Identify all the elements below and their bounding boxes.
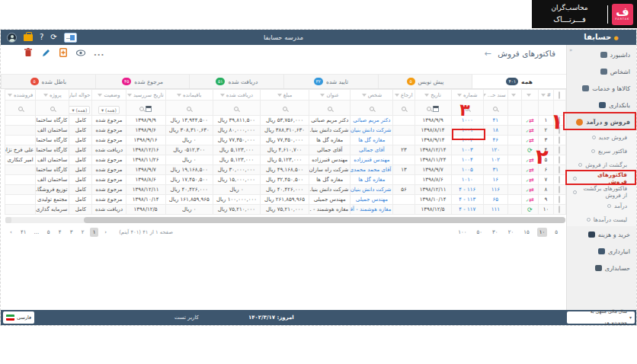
sidebar-item-8[interactable]: فاکتورهای فروش: [567, 171, 636, 185]
doc-link[interactable]: ۱۱۶: [491, 187, 500, 193]
view-button[interactable]: [76, 48, 85, 57]
search-icon[interactable]: [427, 107, 431, 111]
search-icon[interactable]: [50, 107, 55, 111]
help-icon[interactable]: ?: [40, 34, 43, 41]
filter-cell-doc[interactable]: [483, 101, 507, 116]
user-avatar[interactable]: [7, 33, 17, 43]
column-header-flag_icon[interactable]: [507, 90, 521, 101]
edit-button[interactable]: [41, 48, 50, 57]
number-link[interactable]: ۴ - ۱۱۳: [459, 196, 475, 203]
search-icon[interactable]: [328, 107, 332, 111]
app-logo[interactable]: ● حسابفا: [566, 30, 636, 45]
select-all-checkbox[interactable]: [559, 91, 560, 99]
sidebar-item-0[interactable]: داشبورد: [567, 46, 636, 63]
next-page-button[interactable]: ›: [101, 228, 110, 237]
column-header-status[interactable]: وضعیت: [92, 90, 126, 101]
column-header-number[interactable]: شماره: [451, 90, 483, 101]
sidebar-item-2[interactable]: کالاها و خدمات: [567, 80, 636, 97]
number-link[interactable]: ۱۰۰۲: [462, 137, 473, 143]
filter-funnel-icon[interactable]: [541, 94, 546, 97]
workspace-icon[interactable]: [24, 34, 33, 41]
number-link[interactable]: ۱۰۱۰: [462, 177, 473, 183]
accounting-doc-icon[interactable]: ⇄: [529, 137, 534, 144]
number-link[interactable]: ۱۰۰۵: [462, 167, 473, 173]
number-link[interactable]: ۴ - ۱۱۷: [459, 206, 475, 212]
person-link[interactable]: شرکت دانش بنیان ...: [351, 187, 392, 193]
sidebar-item-1[interactable]: اشخاص: [567, 63, 636, 80]
delete-button[interactable]: [24, 48, 33, 57]
person-link[interactable]: مغازه هوشمند - آقای: [351, 206, 392, 212]
column-header-doc[interactable]: سند حـ..: [483, 90, 507, 101]
accounting-doc-icon[interactable]: ⇄: [529, 167, 534, 174]
accounting-doc-icon[interactable]: ⇄: [529, 196, 534, 203]
horizontal-scrollbar[interactable]: [5, 217, 565, 223]
tab-3[interactable]: دریافت شده۵۱: [189, 75, 283, 88]
accounting-doc-icon[interactable]: ⇄: [529, 127, 534, 134]
doc-link[interactable]: ۴۱: [493, 117, 499, 123]
accounting-doc-icon[interactable]: ⟳: [527, 147, 533, 154]
sidebar-item-10[interactable]: درآمد: [567, 199, 636, 212]
accounting-doc-icon[interactable]: ⇄: [529, 177, 534, 184]
page-size-۱۰[interactable]: ۱۰: [537, 228, 548, 237]
accounting-doc-icon[interactable]: ⇄: [529, 117, 534, 124]
export-document-button[interactable]: [59, 48, 68, 57]
row-checkbox[interactable]: [559, 186, 560, 193]
page-button-۳[interactable]: ۳: [67, 228, 75, 237]
sidebar-item-14[interactable]: حسابداری: [567, 260, 636, 276]
tab-0[interactable]: همه۴۰۱: [472, 75, 566, 88]
number-link[interactable]: ۱۰۰۰: [462, 117, 473, 123]
table-row[interactable]: ۷⇄✓۱۶۱۰۱۰۱۳۹۸/۸/۶مغازه گل هامغازه گل ها۳…: [5, 175, 566, 185]
page-size-۱۵[interactable]: ۱۵: [521, 228, 532, 237]
filter-cell-status[interactable]: (همه) ▾: [92, 101, 126, 116]
search-icon[interactable]: [139, 107, 144, 111]
number-link[interactable]: ۱۰۰۱: [462, 127, 473, 133]
column-header-check[interactable]: [553, 90, 565, 101]
sidebar-item-9[interactable]: فاکتورهای برگشت از فروش: [567, 185, 636, 199]
filter-cell-amount[interactable]: [261, 101, 309, 116]
table-row[interactable]: ۱⇄✓۴۱۱۰۰۰۱۳۹۸/۹/۹دکتر مریم صبائیدکتر مری…: [5, 116, 566, 126]
accounting-doc-icon[interactable]: ⇄: [529, 187, 534, 193]
current-user[interactable]: کاربر تست: [174, 310, 199, 325]
page-button-۴[interactable]: ۴: [56, 228, 64, 237]
doc-link[interactable]: ۱۶: [493, 177, 499, 183]
filter-select-all[interactable]: (همه) ▾: [98, 106, 120, 114]
column-header-warehouse[interactable]: حواله انبار: [69, 90, 92, 101]
column-header-date[interactable]: تاریخ: [415, 90, 451, 101]
person-link[interactable]: مغازه گل ها: [358, 177, 385, 183]
sidebar-item-7[interactable]: برگشت از فروش: [567, 158, 636, 171]
tab-1[interactable]: پیش نویس۵: [378, 75, 472, 88]
person-link[interactable]: دکتر مریم صبائی: [353, 117, 390, 123]
calendar-icon[interactable]: [146, 106, 152, 112]
filter-funnel-icon[interactable]: [457, 94, 462, 97]
sidebar-item-11[interactable]: لیست درآمدها: [567, 212, 636, 226]
number-link[interactable]: ۱۰۰۳: [462, 147, 473, 153]
column-header-project[interactable]: پروژه: [36, 90, 69, 101]
sidebar-item-6[interactable]: فاکتور سریع: [567, 144, 636, 158]
filter-cell-date[interactable]: [415, 101, 451, 116]
tab-4[interactable]: مرجوع شده۴۵: [95, 75, 190, 88]
scroll-left-button[interactable]: [5, 217, 11, 223]
column-header-received[interactable]: دریافت شده: [213, 90, 260, 101]
table-row[interactable]: ۹⇄✓۶۵۴ - ۱۱۳۱۳۹۸/۱۰/۱۴مهندس جمیلیمهندس ج…: [5, 195, 566, 205]
number-link[interactable]: ۴ - ۱۱۶: [459, 187, 475, 193]
table-row[interactable]: ۶⇄✓۳۱۱۰۰۵۱۳۹۸/۹/۷۱۳آقای محمد محمدیشرکت ر…: [5, 165, 566, 175]
table-row[interactable]: ۴⟳۱۲۰۱۰۰۳۱۳۹۸/۱۲/۱۴۲۳آقای جمالیآقای جمال…: [5, 145, 566, 155]
filter-cell-number[interactable]: [451, 101, 483, 116]
filter-cell-seller[interactable]: [5, 101, 36, 116]
doc-link[interactable]: ۶۵: [493, 196, 499, 203]
sidebar-item-13[interactable]: انبارداری: [567, 243, 636, 260]
table-row[interactable]: ۱۰⟳۱۱۱۴ - ۱۱۷۱۳۹۸/۱۲/۵مغازه هوشمند - آقا…: [5, 205, 566, 215]
filter-funnel-icon[interactable]: [8, 94, 12, 97]
page-size-۳۰[interactable]: ۳۰: [490, 228, 501, 237]
doc-link[interactable]: ۱۸: [493, 127, 499, 133]
language-switcher[interactable]: فارسی: [3, 311, 34, 324]
more-options-button[interactable]: ...: [94, 49, 104, 57]
filter-funnel-icon[interactable]: [511, 94, 516, 97]
page-button-۵[interactable]: ۵: [44, 228, 53, 237]
person-link[interactable]: مغازه گل ها: [358, 137, 385, 143]
tab-5[interactable]: باطل شده۵: [1, 75, 95, 88]
search-icon[interactable]: [465, 107, 469, 111]
filter-funnel-icon[interactable]: [362, 94, 367, 97]
page-size-۱۰۰[interactable]: ۱۰۰: [456, 228, 469, 237]
filter-cell-ref[interactable]: [393, 101, 415, 116]
